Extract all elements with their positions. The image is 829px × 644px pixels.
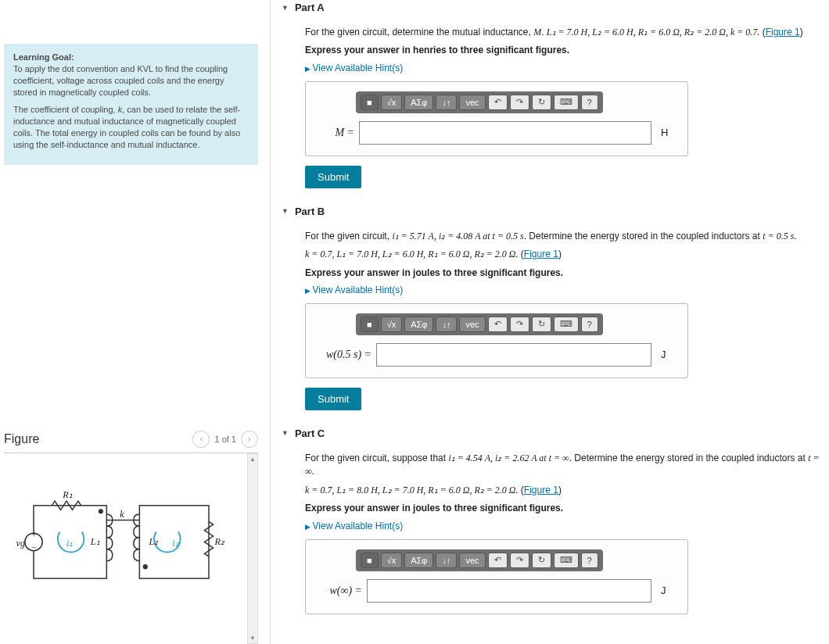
- answer-input-c[interactable]: [367, 579, 651, 603]
- caret-down-icon: ▼: [282, 207, 289, 215]
- part-b-title: Part B: [295, 206, 325, 217]
- answer-var-b: w(0.5 s) =: [317, 349, 371, 361]
- equation-toolbar: ■ √x ΑΣφ ↓↑ vec ↶ ↷ ↻ ⌨ ?: [356, 91, 603, 113]
- figure-link[interactable]: Figure 1: [524, 249, 558, 259]
- tool-reset-button[interactable]: ↻: [532, 95, 551, 110]
- equation-toolbar: ■ √x ΑΣφ ↓↑ vec ↶ ↷ ↻ ⌨ ?: [356, 549, 603, 571]
- scroll-up-icon[interactable]: ▲: [248, 454, 257, 465]
- learning-goal-heading: Learning Goal:: [13, 52, 74, 62]
- part-c-title: Part C: [295, 428, 325, 439]
- answer-var-a: M =: [317, 127, 354, 139]
- part-b-header[interactable]: ▼Part B: [282, 206, 821, 217]
- part-a-header[interactable]: ▼Part A: [282, 2, 821, 13]
- svg-text:k: k: [120, 508, 124, 519]
- tool-greek-button[interactable]: ΑΣφ: [404, 553, 433, 568]
- caret-down-icon: ▼: [282, 4, 289, 12]
- part-b-instruction: Express your answer in joules to three s…: [305, 267, 563, 278]
- tool-template-button[interactable]: ■: [361, 317, 379, 332]
- svg-text:L₂: L₂: [148, 536, 159, 547]
- tool-help-button[interactable]: ?: [581, 553, 598, 568]
- figure-next-button[interactable]: ›: [241, 431, 258, 448]
- svg-text:i₂: i₂: [172, 538, 179, 549]
- submit-button-b[interactable]: Submit: [305, 388, 361, 410]
- caret-down-icon: ▼: [282, 429, 289, 437]
- svg-text:−: −: [31, 542, 37, 553]
- figure-link[interactable]: Figure 1: [524, 485, 558, 496]
- tool-sqrt-button[interactable]: √x: [381, 553, 403, 568]
- figure-title: Figure: [4, 432, 39, 446]
- svg-point-4: [143, 565, 147, 569]
- tool-undo-button[interactable]: ↶: [488, 95, 508, 110]
- part-a-M: M: [533, 27, 541, 38]
- tool-vec-button[interactable]: vec: [459, 95, 485, 110]
- learning-goal-panel: Learning Goal: To apply the dot conventi…: [4, 44, 258, 165]
- tool-sqrt-button[interactable]: √x: [381, 95, 403, 110]
- part-a-instruction: Express your answer in henries to three …: [305, 45, 569, 55]
- tool-reset-button[interactable]: ↻: [532, 553, 551, 568]
- answer-unit-c: J: [661, 585, 676, 596]
- tool-template-button[interactable]: ■: [361, 553, 379, 568]
- figure-counter: 1 of 1: [214, 435, 236, 444]
- answer-input-a[interactable]: [359, 121, 651, 145]
- view-hints-link[interactable]: View Available Hint(s): [305, 284, 821, 295]
- tool-keyboard-button[interactable]: ⌨: [554, 553, 579, 568]
- part-c-params: k = 0.7, L₁ = 8.0 H, L₂ = 7.0 H, R₁ = 6.…: [305, 485, 519, 496]
- tool-redo-button[interactable]: ↷: [510, 317, 529, 332]
- submit-button-a[interactable]: Submit: [305, 166, 361, 188]
- svg-text:i₁: i₁: [66, 538, 73, 549]
- part-a-question-a: For the given circuit, determine the mut…: [305, 27, 533, 38]
- tool-subsup-button[interactable]: ↓↑: [436, 317, 457, 332]
- tool-keyboard-button[interactable]: ⌨: [554, 95, 579, 110]
- learning-goal-text-2a: The coefficient of coupling,: [13, 105, 118, 114]
- tool-template-button[interactable]: ■: [361, 95, 379, 110]
- tool-greek-button[interactable]: ΑΣφ: [404, 95, 433, 110]
- equation-toolbar: ■ √x ΑΣφ ↓↑ vec ↶ ↷ ↻ ⌨ ?: [356, 313, 603, 335]
- svg-point-3: [99, 510, 103, 513]
- svg-text:R₁: R₁: [62, 489, 72, 500]
- answer-unit-a: H: [661, 127, 676, 138]
- svg-text:vg: vg: [16, 538, 25, 549]
- answer-var-c: w(∞) =: [317, 585, 362, 597]
- tool-help-button[interactable]: ?: [581, 317, 598, 332]
- tool-vec-button[interactable]: vec: [459, 317, 485, 332]
- circuit-diagram: R₁ R₂ L₁ L₂ i₁ i₂ k vg + −: [4, 453, 244, 644]
- tool-subsup-button[interactable]: ↓↑: [436, 553, 457, 568]
- tool-sqrt-button[interactable]: √x: [381, 317, 403, 332]
- part-c-instruction: Express your answer in joules to three s…: [305, 503, 563, 513]
- tool-undo-button[interactable]: ↶: [488, 553, 508, 568]
- view-hints-link[interactable]: View Available Hint(s): [305, 63, 821, 73]
- part-a-title: Part A: [295, 2, 325, 13]
- answer-box-c: ■ √x ΑΣφ ↓↑ vec ↶ ↷ ↻ ⌨ ? w(∞) =: [305, 539, 688, 614]
- tool-redo-button[interactable]: ↷: [510, 95, 529, 110]
- part-b-params: k = 0.7, L₁ = 7.0 H, L₂ = 6.0 H, R₁ = 6.…: [305, 249, 519, 259]
- figure-link[interactable]: Figure 1: [766, 27, 800, 38]
- svg-text:R₂: R₂: [214, 536, 224, 547]
- tool-greek-button[interactable]: ΑΣφ: [404, 317, 433, 332]
- figure-scrollbar[interactable]: ▲ ▼: [247, 453, 258, 644]
- part-c-header[interactable]: ▼Part C: [282, 428, 821, 439]
- tool-vec-button[interactable]: vec: [459, 553, 485, 568]
- svg-text:L₁: L₁: [90, 536, 100, 547]
- tool-undo-button[interactable]: ↶: [488, 317, 508, 332]
- part-a-params: L₁ = 7.0 H, L₂ = 6.0 H, R₁ = 6.0 Ω, R₂ =…: [547, 27, 760, 38]
- answer-box-a: ■ √x ΑΣφ ↓↑ vec ↶ ↷ ↻ ⌨ ? M = H: [305, 81, 688, 156]
- figure-prev-button[interactable]: ‹: [192, 431, 210, 448]
- tool-reset-button[interactable]: ↻: [532, 317, 551, 332]
- scroll-down-icon[interactable]: ▼: [248, 632, 257, 643]
- tool-redo-button[interactable]: ↷: [510, 553, 529, 568]
- answer-unit-b: J: [661, 349, 676, 360]
- tool-subsup-button[interactable]: ↓↑: [436, 95, 457, 110]
- answer-box-b: ■ √x ΑΣφ ↓↑ vec ↶ ↷ ↻ ⌨ ? w(0.5 s) =: [305, 303, 688, 378]
- answer-input-b[interactable]: [376, 343, 651, 367]
- view-hints-link[interactable]: View Available Hint(s): [305, 521, 821, 531]
- learning-goal-text-1: To apply the dot convention and KVL to f…: [13, 64, 228, 97]
- svg-text:+: +: [31, 529, 37, 540]
- tool-help-button[interactable]: ?: [581, 95, 598, 110]
- tool-keyboard-button[interactable]: ⌨: [554, 317, 579, 332]
